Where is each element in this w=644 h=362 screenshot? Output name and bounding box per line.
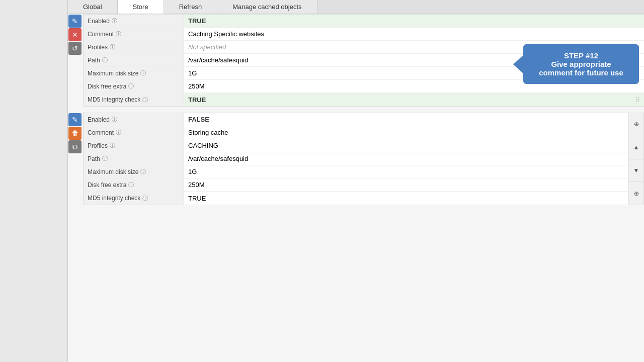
record2-edit-button[interactable]: ✎ xyxy=(68,113,82,126)
record2-up-button[interactable]: ▲ xyxy=(629,136,643,159)
callout-step: STEP #12 xyxy=(533,51,629,60)
record2-enabled-value: FALSE xyxy=(184,113,628,126)
record1-comment-label: Comment ⓘ xyxy=(84,28,184,40)
record1-enabled-label: Enabled ⓘ xyxy=(84,15,184,27)
record2-diskfree-value: 250M xyxy=(184,178,628,191)
record1-delete-button[interactable]: ✕ xyxy=(68,28,82,41)
record1-profiles-label: Profiles ⓘ xyxy=(84,41,184,53)
record2-md5-row: MD5 integrity check ⓘ TRUE xyxy=(84,192,628,205)
resize-handle-1[interactable]: ⠿ xyxy=(635,97,640,104)
content-area: ✎ ✕ ↺ Enabled ⓘ TRUE Comment ⓘ xyxy=(68,14,644,362)
record1-enabled-row: Enabled ⓘ TRUE xyxy=(84,15,644,28)
record2-enabled-label: Enabled ⓘ xyxy=(84,113,184,126)
comment-input[interactable] xyxy=(188,30,644,38)
step-callout: STEP #12 Give appropriate comment for fu… xyxy=(523,44,639,84)
record1-md5-label: MD5 integrity check ⓘ xyxy=(84,93,184,106)
record1-diskfree-label: Disk free extra ⓘ xyxy=(84,80,184,93)
r2-enabled-info-icon[interactable]: ⓘ xyxy=(112,116,117,123)
profiles-info-icon[interactable]: ⓘ xyxy=(110,43,115,51)
r2-comment-info-icon[interactable]: ⓘ xyxy=(116,129,121,136)
record1-md5-row: MD5 integrity check ⓘ TRUE xyxy=(84,93,644,106)
record1-path-label: Path ⓘ xyxy=(84,54,184,66)
record2-path-value: /var/cache/safesquid xyxy=(184,152,628,165)
record1-enabled-value: TRUE xyxy=(184,15,644,27)
tab-store[interactable]: Store xyxy=(118,0,164,14)
record2-maxdisk-value: 1G xyxy=(184,165,628,178)
record1-action-btns: ✎ ✕ ↺ xyxy=(68,14,83,107)
record1-edit-button[interactable]: ✎ xyxy=(68,15,82,28)
r2-path-info-icon[interactable]: ⓘ xyxy=(102,155,108,162)
record2-bottom-button[interactable]: ⊕ xyxy=(629,182,643,205)
diskfree-info-icon[interactable]: ⓘ xyxy=(128,82,134,90)
record1-comment-row: Comment ⓘ xyxy=(84,28,644,41)
record2-profiles-row: Profiles ⓘ CACHING xyxy=(84,139,628,152)
record2-enabled-row: Enabled ⓘ FALSE xyxy=(84,113,628,126)
record2-top-button[interactable]: ⊕ xyxy=(629,113,643,136)
r2-md5-info-icon[interactable]: ⓘ xyxy=(142,195,148,202)
tab-manage[interactable]: Manage cached objects xyxy=(217,0,317,14)
record2-down-button[interactable]: ▼ xyxy=(629,159,643,183)
record1-md5-value: TRUE xyxy=(184,93,644,106)
path-info-icon[interactable]: ⓘ xyxy=(102,56,108,64)
comment-info-icon[interactable]: ⓘ xyxy=(116,30,121,38)
record2-profiles-value: CACHING xyxy=(184,139,628,152)
record1-reset-button[interactable]: ↺ xyxy=(68,42,82,55)
record2-copy-button[interactable]: ⧉ xyxy=(68,140,82,153)
record2-path-label: Path ⓘ xyxy=(84,152,184,165)
r2-diskfree-info-icon[interactable]: ⓘ xyxy=(128,181,134,189)
record1-maxdisk-label: Maximum disk size ⓘ xyxy=(84,67,184,79)
r2-maxdisk-info-icon[interactable]: ⓘ xyxy=(140,168,146,175)
enabled-info-icon[interactable]: ⓘ xyxy=(112,17,117,25)
record2-maxdisk-label: Maximum disk size ⓘ xyxy=(84,165,184,178)
callout-line1: Give appropriate xyxy=(533,60,629,68)
record2-comment-label: Comment ⓘ xyxy=(84,126,184,139)
nav-tabs: Global Store Refresh Manage cached objec… xyxy=(68,0,644,14)
record2-profiles-label: Profiles ⓘ xyxy=(84,139,184,152)
record2-fields: Enabled ⓘ FALSE Comment ⓘ Storing cache … xyxy=(83,113,629,205)
record2-diskfree-row: Disk free extra ⓘ 250M xyxy=(84,178,628,192)
md5-info-icon[interactable]: ⓘ xyxy=(142,96,148,104)
record2-md5-value: TRUE xyxy=(184,192,628,205)
r2-profiles-info-icon[interactable]: ⓘ xyxy=(110,142,115,149)
record1-comment-value[interactable] xyxy=(184,28,644,40)
record2-delete-button[interactable]: 🗑 xyxy=(68,127,82,140)
record2-side-controls: ⊕ ▲ ▼ ⊕ xyxy=(629,113,644,205)
main-content: Global Store Refresh Manage cached objec… xyxy=(68,0,644,362)
record2-diskfree-label: Disk free extra ⓘ xyxy=(84,178,184,191)
callout-line2: comment for future use xyxy=(533,68,629,77)
record2-md5-label: MD5 integrity check ⓘ xyxy=(84,192,184,205)
sidebar xyxy=(0,0,68,362)
record2-path-row: Path ⓘ /var/cache/safesquid xyxy=(84,152,628,165)
record-2: ✎ 🗑 ⧉ Enabled ⓘ FALSE Comment ⓘ xyxy=(68,113,644,205)
record2-comment-row: Comment ⓘ Storing cache xyxy=(84,126,628,139)
record2-action-btns: ✎ 🗑 ⧉ xyxy=(68,113,83,205)
tab-global[interactable]: Global xyxy=(68,0,118,14)
record2-comment-value: Storing cache xyxy=(184,126,628,139)
maxdisk-info-icon[interactable]: ⓘ xyxy=(140,69,146,77)
tab-refresh[interactable]: Refresh xyxy=(164,0,218,14)
record2-maxdisk-row: Maximum disk size ⓘ 1G xyxy=(84,165,628,178)
